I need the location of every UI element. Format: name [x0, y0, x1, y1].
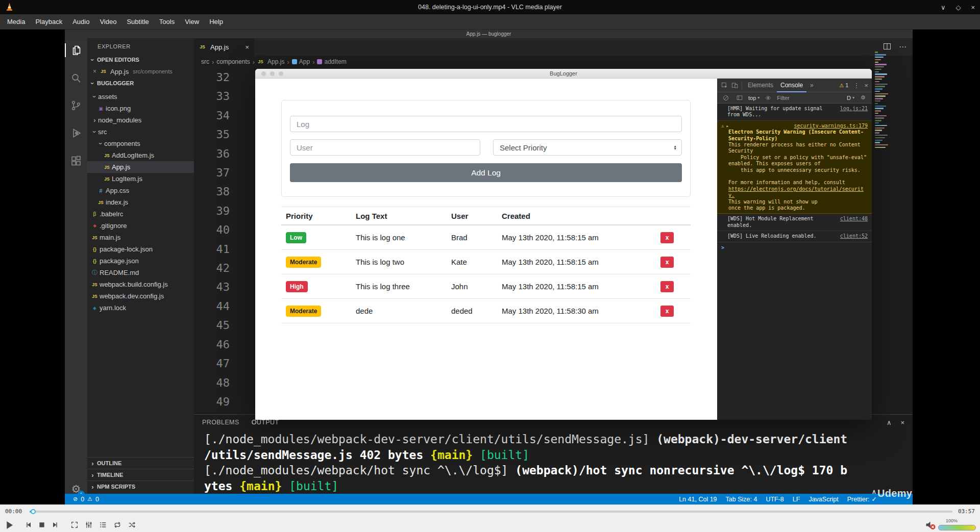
- zoom-window-button[interactable]: [279, 71, 283, 76]
- delete-log-button[interactable]: x: [660, 257, 674, 268]
- vlc-menu-help[interactable]: Help: [204, 14, 228, 29]
- tab-elements[interactable]: Elements: [744, 79, 777, 92]
- minimize-button[interactable]: ∨: [941, 4, 946, 11]
- breadcrumb-src[interactable]: src: [201, 58, 209, 65]
- source-link[interactable]: security-warnings.ts:179: [794, 123, 868, 129]
- search-icon[interactable]: [65, 71, 87, 85]
- tree-item-yarn-lock[interactable]: ◈yarn.lock: [87, 302, 194, 314]
- tree-item-components[interactable]: ›components: [87, 138, 194, 149]
- vlc-menu-view[interactable]: View: [180, 14, 204, 29]
- section-npm-scripts[interactable]: ›NPM SCRIPTS: [87, 480, 194, 492]
- status-cursor-position[interactable]: Ln 41, Col 19: [679, 496, 717, 503]
- fullscreen-button[interactable]: [68, 519, 81, 531]
- context-selector[interactable]: top▾: [748, 95, 760, 101]
- console-output[interactable]: [HMR] Waiting for update signallog.js:21…: [717, 104, 872, 420]
- terminal-output[interactable]: [./node_modules/webpack-dev-server/clien…: [204, 432, 909, 494]
- tree-item-node-modules[interactable]: ›node_modules: [87, 114, 194, 126]
- more-actions-icon[interactable]: ⋯: [899, 42, 906, 52]
- breadcrumb-app[interactable]: App: [292, 58, 310, 65]
- tree-item--babelrc[interactable]: β.babelrc: [87, 208, 194, 220]
- delete-log-button[interactable]: x: [660, 281, 674, 292]
- breadcrumb-components[interactable]: components: [216, 58, 250, 65]
- volume-muted-icon[interactable]: [925, 519, 936, 530]
- device-toolbar-icon[interactable]: [729, 82, 740, 89]
- clear-console-icon[interactable]: [721, 95, 731, 101]
- open-editors-header[interactable]: › OPEN EDITORS: [87, 54, 194, 65]
- loop-button[interactable]: [111, 519, 124, 531]
- tab-console[interactable]: Console: [777, 79, 806, 92]
- live-expression-eye-icon[interactable]: [763, 95, 773, 101]
- section-timeline[interactable]: ›TIMELINE: [87, 469, 194, 480]
- devtools-menu-icon[interactable]: ⋮: [853, 82, 860, 89]
- close-window-button[interactable]: [261, 71, 266, 76]
- tree-item-src[interactable]: ›src: [87, 126, 194, 138]
- source-link[interactable]: client:52: [840, 233, 868, 239]
- tree-item-app-js[interactable]: JSApp.js: [87, 161, 194, 173]
- tree-item-icon-png[interactable]: ▣icon.png: [87, 103, 194, 114]
- tab-output[interactable]: OUTPUT: [252, 419, 279, 426]
- source-link[interactable]: client:48: [840, 216, 868, 222]
- tab-app-js[interactable]: JS App.js ×: [194, 38, 254, 56]
- console-prompt[interactable]: >: [721, 245, 724, 250]
- close-tab-icon[interactable]: ×: [245, 43, 249, 51]
- stop-button[interactable]: [36, 519, 48, 531]
- user-input[interactable]: [290, 139, 480, 156]
- play-button[interactable]: [3, 519, 15, 531]
- tab-problems[interactable]: PROBLEMS: [202, 419, 239, 426]
- log-input[interactable]: [290, 116, 682, 132]
- delete-log-button[interactable]: x: [660, 232, 674, 243]
- inspect-element-icon[interactable]: [719, 82, 729, 89]
- console-warning-count[interactable]: ⚠1: [839, 82, 848, 88]
- tree-item-package-lock-json[interactable]: {}package-lock.json: [87, 243, 194, 255]
- explorer-icon[interactable]: [65, 43, 87, 57]
- close-button[interactable]: ×: [971, 4, 975, 11]
- maximize-button[interactable]: ◇: [955, 4, 961, 11]
- more-tabs-icon[interactable]: »: [806, 79, 817, 92]
- source-link[interactable]: log.js:21: [840, 106, 868, 112]
- section-outline[interactable]: ›OUTLINE: [87, 457, 194, 469]
- volume-slider[interactable]: [938, 525, 976, 530]
- seek-handle[interactable]: [31, 509, 36, 514]
- tree-item-readme-md[interactable]: ⓘREADME.md: [87, 267, 194, 278]
- tree-item-logitem-js[interactable]: JSLogItem.js: [87, 173, 194, 185]
- tree-item-addlogitem-js[interactable]: JSAddLogItem.js: [87, 149, 194, 161]
- seek-slider[interactable]: [30, 511, 952, 513]
- vlc-menu-audio[interactable]: Audio: [67, 14, 94, 29]
- status-encoding[interactable]: UTF-8: [766, 496, 783, 503]
- maximize-panel-icon[interactable]: ∧: [887, 419, 892, 426]
- console-settings-icon[interactable]: ⚙: [858, 94, 868, 101]
- minimize-window-button[interactable]: [270, 71, 275, 76]
- vlc-menu-media[interactable]: Media: [2, 14, 30, 29]
- previous-button[interactable]: [22, 519, 35, 531]
- status-language[interactable]: JavaScript: [808, 496, 838, 503]
- next-button[interactable]: [49, 519, 61, 531]
- shuffle-button[interactable]: [126, 519, 138, 531]
- project-section-header[interactable]: › BUGLOGGER: [87, 78, 194, 89]
- run-debug-icon[interactable]: [65, 126, 87, 140]
- priority-select[interactable]: Select Priority ▲▼: [493, 139, 682, 156]
- tree-item-assets[interactable]: ›assets: [87, 91, 194, 103]
- breadcrumb-app-js[interactable]: JSApp.js: [257, 58, 284, 65]
- extended-settings-button[interactable]: [83, 519, 95, 531]
- close-editor-icon[interactable]: ×: [91, 68, 98, 75]
- open-editor-item[interactable]: × JS App.js src/components: [87, 65, 194, 78]
- vlc-menu-subtitle[interactable]: Subtitle: [121, 14, 154, 29]
- devtools-close-icon[interactable]: ×: [864, 82, 868, 89]
- status-eol[interactable]: LF: [793, 496, 800, 503]
- console-filter-input[interactable]: Filter: [777, 95, 789, 101]
- problems-status[interactable]: ⊘ 0 ⚠ 0: [73, 496, 99, 503]
- expand-icon[interactable]: ▸: [726, 123, 728, 129]
- tree-item-package-json[interactable]: {}package.json: [87, 255, 194, 267]
- tree-item-webpack-dev-config-js[interactable]: JSwebpack.dev.config.js: [87, 290, 194, 302]
- close-panel-icon[interactable]: ×: [900, 419, 904, 426]
- add-log-button[interactable]: Add Log: [290, 163, 682, 182]
- tree-item-main-js[interactable]: JSmain.js: [87, 232, 194, 243]
- status-indentation[interactable]: Tab Size: 4: [726, 496, 757, 503]
- video-area[interactable]: App.js — buglogger: [0, 30, 980, 504]
- minimap[interactable]: [874, 50, 891, 153]
- delete-log-button[interactable]: x: [660, 306, 674, 317]
- source-control-icon[interactable]: [65, 98, 87, 112]
- log-levels-dropdown[interactable]: D▾: [847, 95, 854, 101]
- extensions-icon[interactable]: [65, 154, 87, 167]
- tree-item-app-css[interactable]: #App.css: [87, 185, 194, 196]
